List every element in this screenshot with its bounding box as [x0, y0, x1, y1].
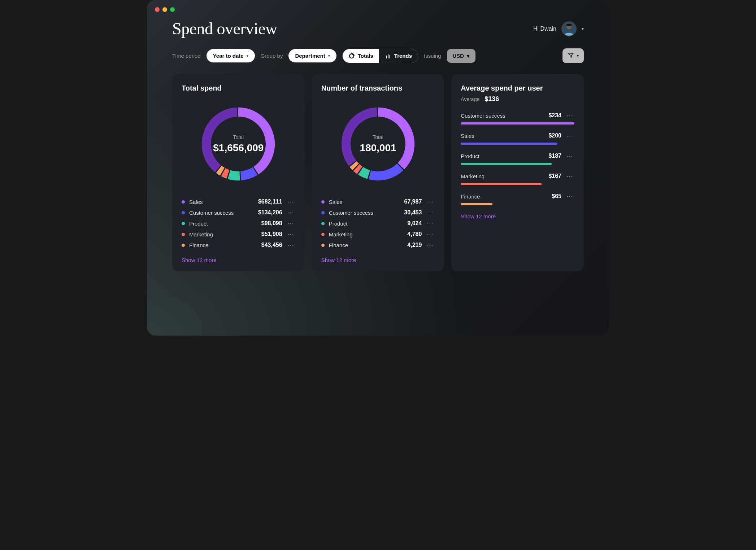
row-menu-icon[interactable]: ⋯ — [566, 173, 574, 179]
legend-value: $682,111 — [258, 198, 282, 205]
legend-value: $43,456 — [261, 242, 282, 248]
legend-dot — [182, 233, 185, 236]
bar-fill — [461, 122, 574, 125]
bar-track — [461, 143, 574, 145]
legend-row: Finance4,219⋯ — [321, 242, 435, 248]
average-value: $136 — [485, 95, 499, 103]
transactions-card: Number of transactions Total 180,001 Sal… — [312, 74, 444, 271]
bar-track — [461, 163, 574, 165]
svg-rect-2 — [566, 24, 572, 26]
legend-name: Customer success — [189, 210, 254, 216]
donut-center-value: $1,656,009 — [213, 142, 264, 154]
row-menu-icon[interactable]: ⋯ — [287, 209, 295, 216]
close-window-dot[interactable] — [155, 7, 160, 12]
legend-name: Product — [189, 221, 257, 227]
bar-name: Finance — [461, 193, 547, 200]
bar-value: $200 — [548, 132, 561, 139]
legend-row: Sales$682,111⋯ — [182, 198, 295, 205]
legend-value: 9,024 — [407, 220, 422, 227]
legend-value: 4,780 — [407, 231, 422, 237]
legend-name: Customer success — [329, 210, 400, 216]
bar-chart-icon — [385, 53, 391, 59]
average-label: Average — [461, 96, 479, 102]
show-more-button[interactable]: Show 12 more — [182, 257, 217, 263]
filter-button[interactable]: ▾ — [562, 48, 584, 63]
row-menu-icon[interactable]: ⋯ — [566, 112, 574, 119]
chevron-down-icon: ▾ — [328, 54, 330, 58]
currency-value: USD — [453, 53, 464, 59]
donut-center-value: 180,001 — [360, 142, 396, 154]
minimize-window-dot[interactable] — [162, 7, 167, 12]
chevron-down-icon: ▾ — [577, 54, 579, 58]
time-period-dropdown[interactable]: Year to date ▾ — [207, 49, 255, 62]
legend-dot — [182, 222, 185, 225]
show-more-button[interactable]: Show 12 more — [461, 213, 496, 219]
bar-track — [461, 183, 574, 185]
donut-chart-icon — [348, 53, 355, 59]
bar-track — [461, 122, 574, 125]
bar-row: Product$187⋯ — [461, 153, 574, 165]
view-toggle: Totals Trends — [342, 49, 418, 63]
legend-row: Marketing$51,908⋯ — [182, 231, 295, 237]
legend-row: Customer success30,453⋯ — [321, 209, 435, 216]
row-menu-icon[interactable]: ⋯ — [566, 193, 574, 200]
legend-dot — [321, 222, 325, 225]
row-menu-icon[interactable]: ⋯ — [566, 153, 574, 159]
legend-value: $98,098 — [261, 220, 282, 227]
funnel-icon — [568, 52, 574, 60]
group-by-label: Group by — [261, 53, 283, 59]
legend-dot — [182, 200, 185, 204]
row-menu-icon[interactable]: ⋯ — [426, 209, 435, 216]
legend-value: $51,908 — [261, 231, 282, 237]
bar-value: $167 — [548, 173, 561, 179]
bar-row: Sales$200⋯ — [461, 132, 574, 145]
legend-row: Product9,024⋯ — [321, 220, 435, 227]
show-more-button[interactable]: Show 12 more — [321, 257, 356, 263]
bar-name: Marketing — [461, 173, 544, 179]
total-spend-card: Total spend Total $1,656,009 Sales$682,1… — [172, 74, 305, 271]
view-totals-button[interactable]: Totals — [343, 49, 379, 63]
window-traffic-lights — [147, 0, 609, 12]
card-title: Total spend — [182, 84, 295, 92]
row-menu-icon[interactable]: ⋯ — [566, 132, 574, 139]
legend-value: $134,206 — [258, 209, 282, 216]
bar-row: Finance$65⋯ — [461, 193, 574, 205]
row-menu-icon[interactable]: ⋯ — [287, 198, 295, 205]
row-menu-icon[interactable]: ⋯ — [287, 231, 295, 237]
maximize-window-dot[interactable] — [170, 7, 175, 12]
legend-name: Sales — [189, 199, 254, 205]
user-menu[interactable]: Hi Dwain ▾ — [533, 21, 584, 36]
legend-name: Product — [329, 221, 403, 227]
bar-fill — [461, 203, 492, 205]
legend-value: 67,987 — [404, 198, 422, 205]
row-menu-icon[interactable]: ⋯ — [426, 242, 435, 248]
legend-dot — [182, 211, 185, 214]
donut-center-label: Total — [360, 134, 396, 140]
legend-name: Sales — [329, 199, 400, 205]
legend-name: Marketing — [189, 231, 257, 237]
row-menu-icon[interactable]: ⋯ — [426, 198, 435, 205]
legend-row: Sales67,987⋯ — [321, 198, 435, 205]
view-trends-button[interactable]: Trends — [379, 49, 418, 63]
currency-dropdown[interactable]: USD ▾ — [447, 49, 476, 63]
issuing-label: Issuing — [424, 53, 441, 59]
group-by-dropdown[interactable]: Department ▾ — [288, 49, 336, 62]
row-menu-icon[interactable]: ⋯ — [426, 220, 435, 227]
row-menu-icon[interactable]: ⋯ — [287, 220, 295, 227]
row-menu-icon[interactable]: ⋯ — [426, 231, 435, 237]
legend-row: Marketing4,780⋯ — [321, 231, 435, 237]
time-period-label: Time period — [172, 53, 201, 59]
legend-dot — [182, 244, 185, 247]
card-title: Number of transactions — [321, 84, 435, 92]
row-menu-icon[interactable]: ⋯ — [287, 242, 295, 248]
bar-fill — [461, 143, 557, 145]
donut-center-label: Total — [213, 134, 264, 140]
chevron-down-icon: ▾ — [467, 53, 470, 59]
legend-dot — [321, 244, 325, 247]
bar-name: Customer success — [461, 113, 544, 119]
legend-dot — [321, 211, 325, 214]
time-period-value: Year to date — [213, 53, 244, 59]
bar-value: $187 — [548, 153, 561, 159]
avatar[interactable] — [561, 21, 577, 36]
group-by-value: Department — [295, 53, 325, 59]
